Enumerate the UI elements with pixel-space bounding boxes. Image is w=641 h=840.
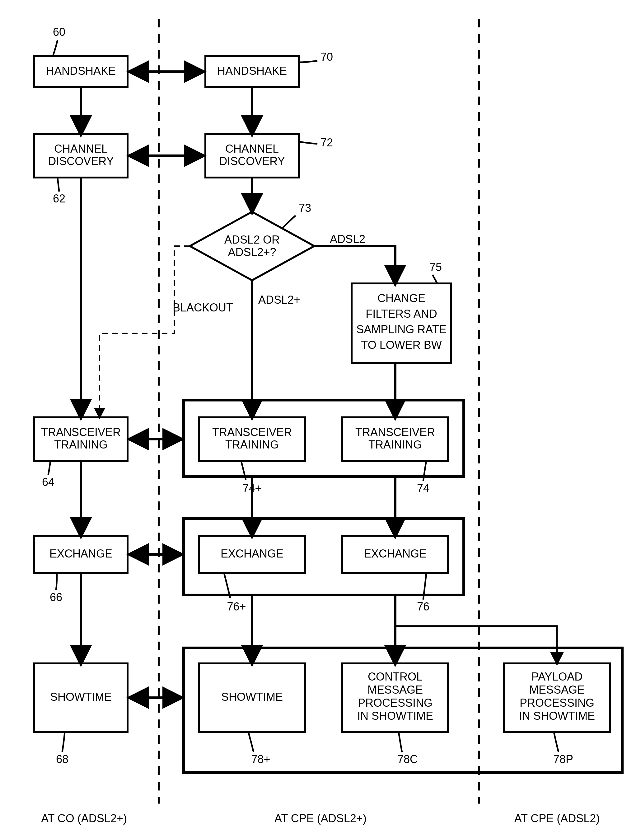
showtime-cpe-text: SHOWTIME: [221, 690, 283, 703]
callout-78plus: [248, 732, 254, 752]
transceiver-cpe1-text1: TRANSCEIVER: [212, 426, 292, 439]
callout-64: [48, 461, 50, 475]
change-text2: FILTERS AND: [366, 307, 437, 320]
showtime-co-text: SHOWTIME: [50, 690, 112, 703]
ref-60: 60: [53, 26, 65, 38]
channel-co-text2: DISCOVERY: [48, 155, 114, 168]
ref-78p: 78P: [553, 753, 573, 766]
ref-72: 72: [320, 136, 333, 149]
decision-text1: ADSL2 OR: [224, 233, 280, 246]
ref-70: 70: [320, 50, 333, 63]
ref-64: 64: [42, 476, 55, 488]
payload-text1: PAYLOAD: [531, 670, 583, 683]
edge-adsl2: ADSL2: [330, 233, 365, 246]
change-text4: TO LOWER BW: [361, 339, 441, 351]
transceiver-cpe2-text1: TRANSCEIVER: [355, 426, 435, 439]
callout-78p: [554, 732, 559, 752]
callout-74: [423, 461, 426, 481]
decision-text2: ADSL2+?: [228, 246, 276, 258]
channel-co-text1: CHANNEL: [54, 142, 108, 155]
arrow-decision-change: [314, 246, 395, 283]
payload-text3: PROCESSING: [520, 696, 594, 709]
callout-70: [299, 61, 317, 62]
arrow-branch-payload: [395, 626, 557, 663]
lane-cpe-plus-label: AT CPE (ADSL2+): [274, 812, 367, 825]
transceiver-cpe2-text2: TRAINING: [369, 438, 422, 451]
ref-78c: 78C: [397, 753, 418, 766]
ref-68: 68: [56, 753, 68, 766]
transceiver-cpe1-text2: TRAINING: [225, 438, 279, 451]
ref-78plus: 78+: [251, 753, 270, 766]
transceiver-co-text1: TRANSCEIVER: [41, 426, 121, 439]
payload-text2: MESSAGE: [529, 683, 585, 696]
ref-62: 62: [53, 192, 65, 205]
channel-cpe-text2: DISCOVERY: [219, 155, 285, 168]
ref-74plus: 74+: [242, 482, 261, 494]
lane-co-label: AT CO (ADSL2+): [41, 812, 127, 825]
ref-76plus: 76+: [227, 600, 246, 613]
callout-73: [282, 215, 296, 229]
callout-75: [433, 275, 437, 283]
control-text1: CONTROL: [368, 670, 422, 683]
flowchart-diagram: HANDSHAKE CHANNEL DISCOVERY TRANSCEIVER …: [0, 0, 641, 840]
handshake-co-text: HANDSHAKE: [46, 65, 116, 77]
callout-72: [299, 142, 317, 144]
edge-adsl2plus: ADSL2+: [258, 293, 300, 306]
control-text3: PROCESSING: [358, 696, 433, 709]
callout-66: [56, 573, 57, 590]
exchange-cpe2-text: EXCHANGE: [364, 547, 427, 560]
callout-78c: [399, 732, 402, 752]
exchange-co-text: EXCHANGE: [50, 547, 112, 560]
callout-68: [62, 732, 65, 752]
callout-60: [53, 40, 58, 56]
ref-75: 75: [429, 261, 442, 273]
ref-74: 74: [417, 482, 429, 494]
exchange-cpe1-text: EXCHANGE: [221, 547, 283, 560]
blackout-path: [100, 246, 190, 417]
handshake-cpe-text: HANDSHAKE: [217, 65, 287, 77]
transceiver-co-text2: TRAINING: [54, 438, 108, 451]
control-text4: IN SHOWTIME: [357, 709, 433, 722]
lane-cpe-label: AT CPE (ADSL2): [514, 812, 600, 825]
channel-cpe-text1: CHANNEL: [225, 142, 279, 155]
payload-text4: IN SHOWTIME: [519, 709, 595, 722]
control-text2: MESSAGE: [367, 683, 423, 696]
ref-76: 76: [417, 600, 429, 613]
edge-blackout: BLACKOUT: [173, 301, 233, 314]
change-text1: CHANGE: [377, 292, 425, 305]
ref-73: 73: [299, 202, 311, 214]
ref-66: 66: [50, 591, 62, 604]
change-text3: SAMPLING RATE: [356, 323, 446, 336]
callout-62: [58, 178, 59, 192]
